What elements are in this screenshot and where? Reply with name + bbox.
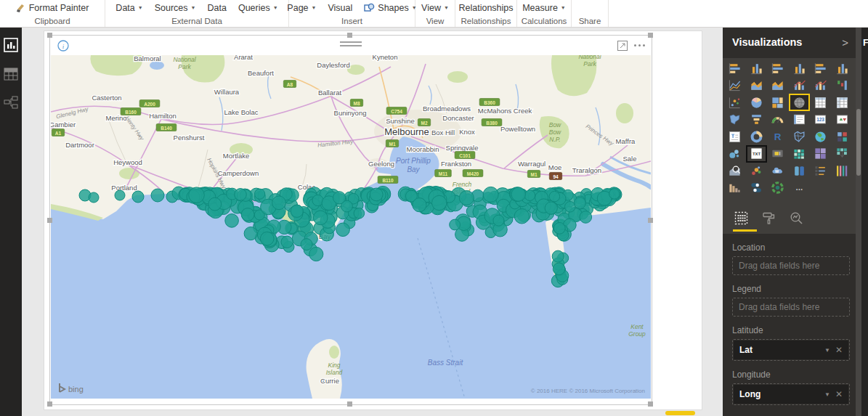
line-and-clustered-column-chart-icon[interactable] bbox=[790, 78, 808, 93]
r-script-visual-icon[interactable] bbox=[768, 129, 787, 144]
ribbon-button-page[interactable]: Page▼ bbox=[287, 3, 316, 13]
pane-scrollbar-thumb[interactable] bbox=[856, 109, 861, 176]
map-icon[interactable] bbox=[790, 95, 808, 110]
map-bubble[interactable] bbox=[281, 236, 293, 248]
ribbon-button-view[interactable]: View▼ bbox=[421, 3, 449, 13]
globe-map-icon[interactable] bbox=[811, 129, 830, 144]
tab-analytics[interactable] bbox=[790, 211, 803, 228]
ribbon-button-queries[interactable]: Queries▼ bbox=[238, 3, 278, 13]
100-stacked-bar-chart-icon[interactable] bbox=[811, 61, 830, 76]
map-bubble[interactable] bbox=[553, 223, 565, 234]
map-bubble[interactable] bbox=[333, 192, 346, 204]
field-pill-long[interactable]: Long▼✕ bbox=[734, 385, 848, 404]
map-bubble[interactable] bbox=[549, 191, 559, 201]
map-bubble[interactable] bbox=[545, 202, 557, 214]
area-chart-icon[interactable] bbox=[747, 78, 766, 93]
line-chart-icon[interactable] bbox=[726, 78, 744, 93]
custom-chiclet-slicer-icon[interactable] bbox=[790, 163, 808, 178]
custom-heatmap-icon[interactable] bbox=[790, 147, 808, 161]
bing-map[interactable]: BalmoralAraratBeaufortDaylesfordKynetonW… bbox=[51, 55, 651, 399]
filled-map-icon[interactable] bbox=[726, 113, 744, 127]
field-dropdown-caret-icon[interactable]: ▼ bbox=[819, 347, 835, 354]
shape-map-icon[interactable] bbox=[790, 129, 808, 144]
horizontal-scrollbar-thumb[interactable] bbox=[665, 411, 695, 415]
multi-row-card-icon[interactable] bbox=[790, 113, 808, 127]
ribbon-button-data[interactable]: Data▼ bbox=[115, 3, 142, 13]
field-dropdown-caret-icon[interactable]: ▼ bbox=[819, 391, 835, 398]
custom-histogram-icon[interactable] bbox=[726, 181, 744, 195]
gauge-icon[interactable] bbox=[768, 113, 787, 127]
resize-handle-top-left[interactable] bbox=[47, 33, 52, 38]
ribbon-button-data[interactable]: Data bbox=[208, 3, 227, 13]
well-location-dropzone[interactable]: Drag data fields here bbox=[732, 256, 850, 275]
map-bubble[interactable] bbox=[115, 190, 125, 200]
custom-bubbles-icon[interactable] bbox=[726, 147, 744, 161]
map-bubble[interactable] bbox=[313, 211, 328, 225]
map-bubble[interactable] bbox=[189, 187, 205, 203]
well-legend-dropzone[interactable]: Drag data fields here bbox=[732, 298, 850, 317]
map-visual-container[interactable]: i bbox=[49, 35, 652, 405]
funnel-icon[interactable] bbox=[747, 113, 766, 127]
focus-mode-icon[interactable] bbox=[617, 40, 628, 54]
tab-fields[interactable] bbox=[734, 211, 748, 228]
resize-handle-bottom-left[interactable] bbox=[47, 401, 52, 407]
map-bubble[interactable] bbox=[255, 189, 265, 199]
sidebar-item-relationships-view[interactable] bbox=[0, 96, 22, 110]
map-bubble[interactable] bbox=[89, 192, 99, 203]
collapse-pane-chevron-icon[interactable]: > bbox=[842, 36, 848, 49]
map-bubble[interactable] bbox=[225, 214, 239, 228]
drag-grip-icon[interactable] bbox=[340, 41, 362, 49]
field-pill-lat[interactable]: Lat▼✕ bbox=[734, 340, 848, 359]
map-bubble[interactable] bbox=[432, 195, 447, 210]
map-bubble[interactable] bbox=[132, 191, 144, 203]
resize-handle-bottom-right[interactable] bbox=[648, 401, 653, 407]
map-bubble[interactable] bbox=[524, 190, 535, 201]
map-bubble[interactable] bbox=[514, 209, 529, 224]
map-bubble[interactable] bbox=[483, 187, 498, 202]
more-options-icon[interactable] bbox=[634, 44, 645, 46]
map-bubble[interactable] bbox=[459, 191, 474, 205]
map-bubble[interactable] bbox=[208, 197, 222, 211]
clustered-column-chart-icon[interactable] bbox=[790, 61, 808, 76]
resize-handle-middle-right[interactable] bbox=[648, 218, 653, 223]
card-icon[interactable] bbox=[811, 113, 830, 127]
pane-scrollbar-track[interactable] bbox=[856, 28, 861, 416]
clustered-bar-chart-icon[interactable] bbox=[768, 61, 787, 76]
map-bubble[interactable] bbox=[553, 263, 565, 275]
ribbon-button-format-painter[interactable]: Format Painter bbox=[16, 3, 89, 13]
fields-pane-edge[interactable]: F bbox=[861, 28, 868, 416]
map-bubble[interactable] bbox=[450, 219, 461, 230]
stacked-bar-chart-icon[interactable] bbox=[726, 61, 744, 76]
matrix-icon[interactable] bbox=[833, 95, 851, 110]
custom-txt-icon[interactable] bbox=[747, 147, 766, 161]
custom-word-cloud-icon[interactable] bbox=[768, 163, 787, 178]
custom-quadrant-icon[interactable] bbox=[811, 147, 830, 161]
map-bubble[interactable] bbox=[151, 189, 164, 202]
map-bubble[interactable] bbox=[291, 205, 303, 217]
stacked-column-chart-icon[interactable] bbox=[747, 61, 766, 76]
slicer-icon[interactable] bbox=[726, 129, 744, 144]
map-bubble[interactable] bbox=[580, 211, 592, 224]
map-bubble[interactable] bbox=[575, 197, 586, 209]
map-bubble[interactable] bbox=[235, 189, 247, 201]
sidebar-item-data-view[interactable] bbox=[0, 67, 22, 81]
custom-grid-icon[interactable] bbox=[833, 129, 851, 144]
resize-handle-top-right[interactable] bbox=[648, 33, 653, 38]
stacked-area-chart-icon[interactable] bbox=[768, 78, 787, 93]
remove-field-icon[interactable]: ✕ bbox=[835, 389, 848, 399]
map-bubble[interactable] bbox=[552, 250, 564, 262]
remove-field-icon[interactable]: ✕ bbox=[835, 345, 848, 355]
more-visuals-icon[interactable] bbox=[790, 181, 808, 195]
treemap-icon[interactable] bbox=[768, 95, 787, 110]
line-and-stacked-column-chart-icon[interactable] bbox=[811, 78, 830, 93]
sidebar-item-report-view[interactable] bbox=[0, 38, 22, 52]
custom-stream-graph-icon[interactable] bbox=[833, 163, 851, 178]
map-bubble[interactable] bbox=[354, 208, 365, 219]
map-bubble[interactable] bbox=[565, 202, 576, 213]
map-bubble[interactable] bbox=[241, 208, 254, 221]
resize-handle-top-middle[interactable] bbox=[347, 33, 352, 38]
100-stacked-column-chart-icon[interactable] bbox=[833, 61, 851, 76]
tab-format[interactable] bbox=[762, 211, 776, 228]
ribbon-button-sources[interactable]: Sources▼ bbox=[155, 3, 196, 13]
ribbon-button-measure[interactable]: Measure▼ bbox=[522, 3, 566, 13]
